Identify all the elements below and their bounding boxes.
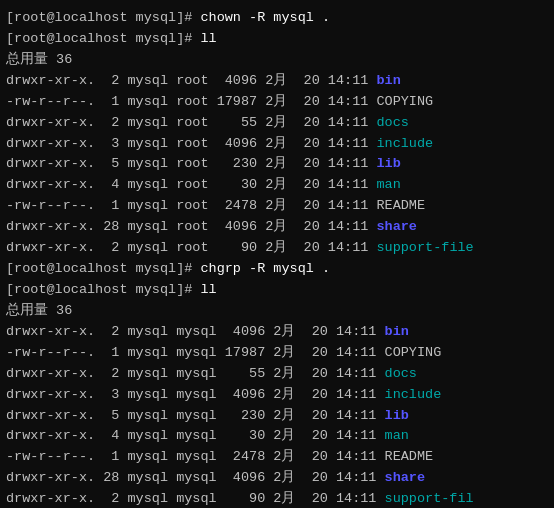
terminal-text: 总用量 36: [6, 52, 72, 67]
terminal-line: -rw-r--r--. 1 mysql mysql 17987 2月 20 14…: [6, 343, 548, 364]
terminal-line: drwxr-xr-x. 28 mysql mysql 4096 2月 20 14…: [6, 468, 548, 489]
terminal-text: ll: [200, 282, 216, 297]
terminal-text: [root@localhost mysql]#: [6, 261, 200, 276]
terminal-line: 总用量 36: [6, 50, 548, 71]
terminal-window: [root@localhost mysql]# chown -R mysql .…: [6, 8, 548, 500]
terminal-line: drwxr-xr-x. 2 mysql mysql 90 2月 20 14:11…: [6, 489, 548, 508]
terminal-line: drwxr-xr-x. 2 mysql root 90 2月 20 14:11 …: [6, 238, 548, 259]
terminal-text: drwxr-xr-x. 2 mysql root 90 2月 20 14:11: [6, 240, 376, 255]
terminal-line: drwxr-xr-x. 2 mysql root 55 2月 20 14:11 …: [6, 113, 548, 134]
terminal-text: -rw-r--r--. 1 mysql root 17987 2月 20 14:…: [6, 94, 433, 109]
terminal-text: drwxr-xr-x. 4 mysql mysql 30 2月 20 14:11: [6, 428, 385, 443]
terminal-text: drwxr-xr-x. 5 mysql root 230 2月 20 14:11: [6, 156, 376, 171]
terminal-line: 总用量 36: [6, 301, 548, 322]
terminal-line: drwxr-xr-x. 3 mysql root 4096 2月 20 14:1…: [6, 134, 548, 155]
terminal-text: [root@localhost mysql]#: [6, 282, 200, 297]
terminal-text: -rw-r--r--. 1 mysql mysql 17987 2月 20 14…: [6, 345, 441, 360]
terminal-line: [root@localhost mysql]# ll: [6, 29, 548, 50]
terminal-text: man: [376, 177, 400, 192]
terminal-text: drwxr-xr-x. 3 mysql root 4096 2月 20 14:1…: [6, 136, 376, 151]
terminal-line: -rw-r--r--. 1 mysql root 2478 2月 20 14:1…: [6, 196, 548, 217]
terminal-line: drwxr-xr-x. 4 mysql root 30 2月 20 14:11 …: [6, 175, 548, 196]
terminal-text: bin: [376, 73, 400, 88]
terminal-text: drwxr-xr-x. 28 mysql mysql 4096 2月 20 14…: [6, 470, 385, 485]
terminal-text: drwxr-xr-x. 5 mysql mysql 230 2月 20 14:1…: [6, 408, 385, 423]
terminal-text: 总用量 36: [6, 303, 72, 318]
terminal-text: drwxr-xr-x. 2 mysql root 4096 2月 20 14:1…: [6, 73, 376, 88]
terminal-line: drwxr-xr-x. 3 mysql mysql 4096 2月 20 14:…: [6, 385, 548, 406]
terminal-text: [root@localhost mysql]#: [6, 10, 200, 25]
terminal-text: chgrp -R mysql .: [200, 261, 330, 276]
terminal-text: share: [385, 470, 426, 485]
terminal-text: include: [385, 387, 442, 402]
terminal-text: drwxr-xr-x. 2 mysql mysql 55 2月 20 14:11: [6, 366, 385, 381]
terminal-text: lib: [385, 408, 409, 423]
terminal-line: drwxr-xr-x. 4 mysql mysql 30 2月 20 14:11…: [6, 426, 548, 447]
terminal-line: -rw-r--r--. 1 mysql root 17987 2月 20 14:…: [6, 92, 548, 113]
terminal-text: ll: [200, 31, 216, 46]
terminal-text: support-file: [376, 240, 473, 255]
terminal-text: drwxr-xr-x. 3 mysql mysql 4096 2月 20 14:…: [6, 387, 385, 402]
terminal-line: drwxr-xr-x. 2 mysql mysql 4096 2月 20 14:…: [6, 322, 548, 343]
terminal-text: bin: [385, 324, 409, 339]
terminal-line: [root@localhost mysql]# ll: [6, 280, 548, 301]
terminal-text: docs: [385, 366, 417, 381]
terminal-text: chown -R mysql .: [200, 10, 330, 25]
terminal-text: drwxr-xr-x. 4 mysql root 30 2月 20 14:11: [6, 177, 376, 192]
terminal-text: support-fil: [385, 491, 474, 506]
terminal-text: [root@localhost mysql]#: [6, 31, 200, 46]
terminal-text: -rw-r--r--. 1 mysql mysql 2478 2月 20 14:…: [6, 449, 433, 464]
terminal-text: man: [385, 428, 409, 443]
terminal-text: docs: [376, 115, 408, 130]
terminal-text: include: [376, 136, 433, 151]
terminal-text: lib: [376, 156, 400, 171]
terminal-line: drwxr-xr-x. 28 mysql root 4096 2月 20 14:…: [6, 217, 548, 238]
terminal-text: drwxr-xr-x. 28 mysql root 4096 2月 20 14:…: [6, 219, 376, 234]
terminal-line: drwxr-xr-x. 5 mysql root 230 2月 20 14:11…: [6, 154, 548, 175]
terminal-text: share: [376, 219, 417, 234]
terminal-text: drwxr-xr-x. 2 mysql mysql 90 2月 20 14:11: [6, 491, 385, 506]
terminal-line: drwxr-xr-x. 5 mysql mysql 230 2月 20 14:1…: [6, 406, 548, 427]
terminal-line: -rw-r--r--. 1 mysql mysql 2478 2月 20 14:…: [6, 447, 548, 468]
terminal-line: drwxr-xr-x. 2 mysql mysql 55 2月 20 14:11…: [6, 364, 548, 385]
terminal-text: -rw-r--r--. 1 mysql root 2478 2月 20 14:1…: [6, 198, 425, 213]
terminal-line: [root@localhost mysql]# chown -R mysql .: [6, 8, 548, 29]
terminal-line: drwxr-xr-x. 2 mysql root 4096 2月 20 14:1…: [6, 71, 548, 92]
terminal-text: drwxr-xr-x. 2 mysql mysql 4096 2月 20 14:…: [6, 324, 385, 339]
terminal-line: [root@localhost mysql]# chgrp -R mysql .: [6, 259, 548, 280]
terminal-text: drwxr-xr-x. 2 mysql root 55 2月 20 14:11: [6, 115, 376, 130]
